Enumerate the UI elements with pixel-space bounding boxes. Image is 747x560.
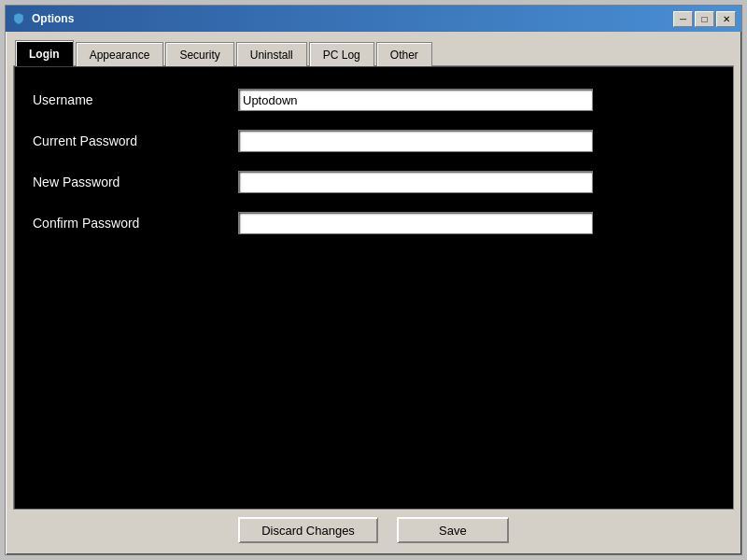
window-title: Options — [32, 12, 74, 25]
save-button[interactable]: Save — [397, 517, 509, 543]
tab-login[interactable]: Login — [15, 40, 74, 66]
login-form: Username Current Password New Password C… — [33, 89, 593, 234]
window-body: Login Appearance Security Uninstall PC L… — [6, 32, 741, 554]
new-password-label: New Password — [33, 175, 238, 189]
bottom-bar: Discard Changes Save — [13, 510, 734, 547]
title-bar-left: Options — [11, 11, 74, 26]
tabs-container: Login Appearance Security Uninstall PC L… — [13, 39, 734, 510]
current-password-label: Current Password — [33, 133, 238, 148]
tab-other[interactable]: Other — [376, 42, 432, 66]
app-icon — [11, 11, 26, 26]
title-bar: Options ─ □ ✕ — [6, 6, 741, 32]
maximize-button[interactable]: □ — [695, 11, 714, 27]
username-label: Username — [33, 92, 238, 107]
confirm-password-input[interactable] — [238, 212, 593, 234]
main-window: Options ─ □ ✕ Login Appearance Security — [5, 5, 742, 555]
current-password-input[interactable] — [238, 130, 593, 152]
tab-security[interactable]: Security — [165, 42, 233, 66]
new-password-input[interactable] — [238, 171, 593, 193]
username-input[interactable] — [238, 89, 593, 111]
title-bar-buttons: ─ □ ✕ — [673, 11, 736, 27]
tab-bar: Login Appearance Security Uninstall PC L… — [13, 39, 734, 65]
tab-content-login: Username Current Password New Password C… — [13, 65, 734, 510]
tab-uninstall[interactable]: Uninstall — [236, 42, 307, 66]
minimize-button[interactable]: ─ — [673, 11, 693, 27]
discard-changes-button[interactable]: Discard Changes — [238, 517, 378, 543]
close-button[interactable]: ✕ — [716, 11, 736, 27]
tab-appearance[interactable]: Appearance — [76, 42, 164, 66]
confirm-password-label: Confirm Password — [33, 216, 238, 231]
tab-pclog[interactable]: PC Log — [309, 42, 374, 66]
